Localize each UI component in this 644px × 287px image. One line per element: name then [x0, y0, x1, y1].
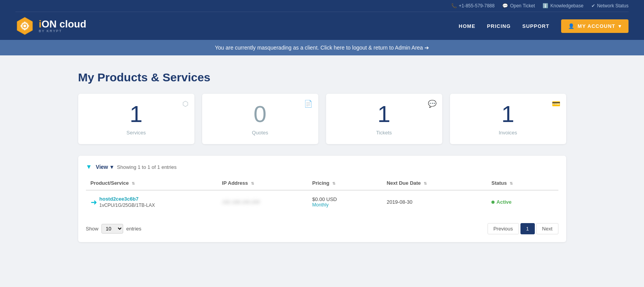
cell-pricing: $0.00 USD Monthly: [307, 190, 382, 213]
masquerade-text: You are currently masquerading as a clie…: [215, 45, 423, 51]
kb-icon: ℹ️: [543, 3, 548, 9]
products-table: Product/Service ⇅ IP Address ⇅ Pricing ⇅…: [86, 176, 558, 213]
entries-label: entries: [126, 226, 141, 232]
quotes-label: Quotes: [252, 130, 268, 136]
phone-icon: 📞: [451, 3, 457, 9]
table-footer: Show 10 25 50 100 entries Previous 1 Nex…: [86, 219, 558, 234]
invoices-label: Invoices: [499, 130, 517, 136]
logo-sub-text: BY KRYPT: [39, 29, 86, 33]
invoices-icon: 💳: [552, 100, 560, 108]
services-icon: ⬡: [182, 100, 189, 108]
nav-support[interactable]: SUPPORT: [522, 23, 550, 29]
col-sort4: [470, 176, 487, 190]
my-account-button[interactable]: 👤 MY ACCOUNT ▾: [561, 19, 629, 33]
cell-ip: 192.168.100.200: [217, 190, 307, 213]
showing-text: Showing 1 to 1 of 1 entries: [117, 164, 177, 170]
col-due-date: Next Due Date ⇅: [382, 176, 470, 190]
row-arrow-icon: ➜: [91, 198, 97, 207]
sort-ip-icon[interactable]: ⇅: [251, 181, 254, 186]
page-title: My Products & Services: [78, 71, 566, 84]
masquerade-arrow: ➔: [424, 45, 429, 51]
services-count: 1: [130, 103, 143, 126]
stat-card-tickets[interactable]: 💬 1 Tickets: [326, 94, 442, 144]
col-sort3: [366, 176, 382, 190]
show-label: Show: [86, 226, 99, 232]
stat-card-services[interactable]: ⬡ 1 Services: [78, 94, 194, 144]
col-product: Product/Service ⇅: [86, 176, 198, 190]
check-icon: ✔: [591, 3, 595, 9]
stat-card-invoices[interactable]: 💳 1 Invoices: [450, 94, 566, 144]
page-1-button[interactable]: 1: [520, 223, 535, 234]
network-status-link[interactable]: ✔ Network Status: [591, 3, 629, 9]
next-button[interactable]: Next: [536, 223, 558, 234]
cell-product: ➜ hostd2cee3c6b7 1vCPU/1G/25GB/1TB-LAX: [86, 190, 218, 213]
col-sort5: [542, 176, 558, 190]
quotes-count: 0: [254, 103, 266, 126]
col-sort1: [198, 176, 217, 190]
status-badge: Active: [491, 199, 553, 205]
site-header: 📞 +1-855-579-7888 💬 Open Ticket ℹ️ Knowl…: [0, 0, 644, 40]
col-pricing: Pricing ⇅: [307, 176, 365, 190]
entries-select[interactable]: 10 25 50 100: [101, 224, 123, 234]
open-ticket-link[interactable]: 💬 Open Ticket: [502, 3, 535, 9]
tickets-label: Tickets: [376, 130, 392, 136]
show-entries: Show 10 25 50 100 entries: [86, 224, 142, 234]
price-amount: $0.00 USD: [312, 196, 377, 202]
account-icon: 👤: [568, 23, 575, 29]
open-ticket-label: Open Ticket: [510, 3, 535, 9]
phone-link[interactable]: 📞 +1-855-579-7888: [451, 3, 495, 9]
sort-status-icon[interactable]: ⇅: [510, 181, 513, 186]
status-dot: [491, 201, 495, 204]
filter-icon: ▼: [86, 163, 92, 170]
previous-button[interactable]: Previous: [488, 223, 519, 234]
pagination: Previous 1 Next: [488, 223, 558, 234]
chevron-down-icon: ▾: [618, 23, 622, 29]
services-label: Services: [127, 130, 146, 136]
knowledgebase-link[interactable]: ℹ️ Knowledgebase: [543, 3, 583, 9]
masquerade-bar[interactable]: You are currently masquerading as a clie…: [0, 40, 644, 55]
table-row: ➜ hostd2cee3c6b7 1vCPU/1G/25GB/1TB-LAX 1…: [86, 190, 558, 213]
knowledgebase-label: Knowledgebase: [550, 3, 583, 9]
product-spec: 1vCPU/1G/25GB/1TB-LAX: [100, 203, 155, 208]
tickets-icon: 💬: [428, 100, 436, 108]
col-status: Status ⇅: [487, 176, 542, 190]
row-arrow-container: ➜ hostd2cee3c6b7 1vCPU/1G/25GB/1TB-LAX: [91, 196, 213, 208]
tickets-count: 1: [378, 103, 390, 126]
billing-cycle: Monthly: [312, 202, 377, 208]
product-name-link[interactable]: hostd2cee3c6b7: [100, 196, 155, 202]
nav-home[interactable]: HOME: [459, 23, 476, 29]
table-section: ▼ View ▾ Showing 1 to 1 of 1 entries Pro…: [78, 156, 566, 242]
col-ip: IP Address ⇅: [217, 176, 291, 190]
view-chevron-icon: ▾: [110, 164, 113, 170]
main-nav: HOME PRICING SUPPORT 👤 MY ACCOUNT ▾: [459, 19, 629, 33]
network-status-label: Network Status: [597, 3, 629, 9]
main-content: My Products & Services ⬡ 1 Services 📄 0 …: [70, 55, 574, 258]
ticket-icon: 💬: [502, 3, 508, 9]
logo-brand-text: iON cloud: [39, 19, 86, 29]
invoices-count: 1: [501, 103, 514, 126]
logo-icon: [15, 17, 34, 35]
stat-card-quotes[interactable]: 📄 0 Quotes: [202, 94, 318, 144]
stat-cards: ⬡ 1 Services 📄 0 Quotes 💬 1 Tickets 💳 1 …: [78, 94, 566, 144]
nav-pricing[interactable]: PRICING: [487, 23, 511, 29]
sort-product-icon[interactable]: ⇅: [132, 181, 135, 186]
col-sort2: [291, 176, 308, 190]
cell-status: Active: [487, 190, 558, 213]
phone-number: +1-855-579-7888: [459, 3, 495, 9]
my-account-label: MY ACCOUNT: [578, 23, 615, 29]
svg-point-3: [24, 25, 26, 27]
sort-pricing-icon[interactable]: ⇅: [332, 181, 335, 186]
sort-date-icon[interactable]: ⇅: [424, 181, 427, 186]
quotes-icon: 📄: [304, 100, 313, 108]
ip-address: 192.168.100.200: [222, 199, 260, 205]
cell-due-date: 2019-08-30: [382, 190, 487, 213]
view-button[interactable]: View ▾: [96, 164, 113, 170]
view-label: View: [96, 164, 108, 170]
logo[interactable]: iON cloud BY KRYPT: [15, 17, 86, 35]
table-toolbar: ▼ View ▾ Showing 1 to 1 of 1 entries: [86, 163, 558, 170]
